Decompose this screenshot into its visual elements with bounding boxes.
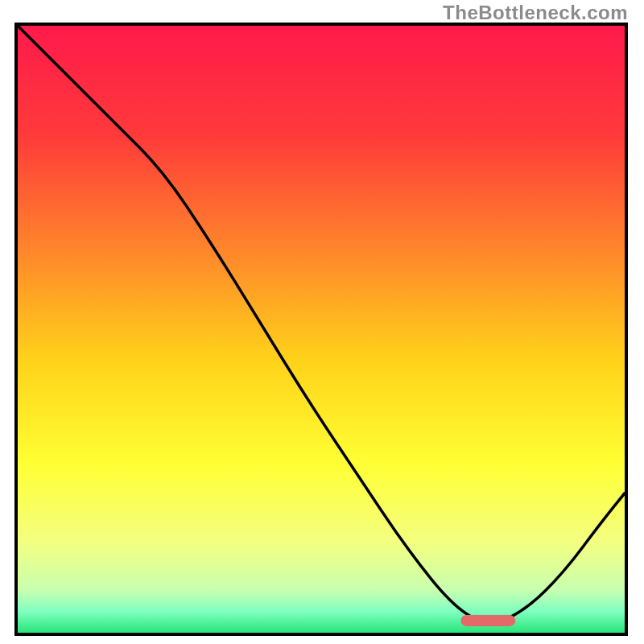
watermark-text: TheBottleneck.com [443, 2, 628, 24]
chart-frame [14, 23, 628, 636]
chart-canvas [18, 26, 625, 633]
optimal-region-marker [460, 615, 515, 626]
